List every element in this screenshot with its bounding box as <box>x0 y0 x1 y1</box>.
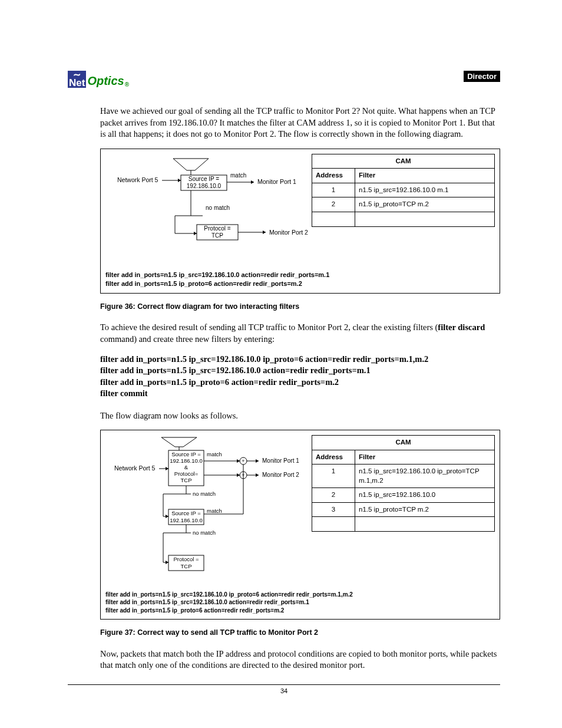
cam-cell: n1.5 ip_proto=TCP m.2 <box>355 502 495 517</box>
svg-text:192.186.10.0: 192.186.10.0 <box>187 183 222 189</box>
document-tag: Director <box>464 71 500 82</box>
cam-title: CAM <box>312 436 495 450</box>
figure-37-commands: filter add in_ports=n1.5 ip_src=192.186.… <box>105 591 495 615</box>
cam-cell: 1 <box>312 465 355 488</box>
svg-text:Monitor Port 1: Monitor Port 1 <box>257 178 296 185</box>
svg-marker-2 <box>178 179 181 182</box>
svg-text:&: & <box>184 464 189 470</box>
command-line: filter add in_ports=n1.5 ip_src=192.186.… <box>100 354 500 365</box>
cam-cell-empty <box>355 212 495 226</box>
svg-text:no match: no match <box>193 529 216 536</box>
cam-header-address: Address <box>312 169 355 183</box>
para-before-fig37: The flow diagram now looks as follows. <box>100 410 500 422</box>
svg-text:Source IP =: Source IP = <box>171 451 201 457</box>
svg-marker-0 <box>173 159 209 170</box>
svg-text:no match: no match <box>206 205 230 211</box>
svg-text:Monitor Port 2: Monitor Port 2 <box>269 229 308 236</box>
cam-cell: n1.5 ip_src=192.186.10.0 m.1 <box>355 183 495 197</box>
svg-marker-9 <box>251 180 254 184</box>
command-line: filter add in_ports=n1.5 ip_proto=6 acti… <box>100 377 500 388</box>
para-after-fig36: To achieve the desired result of sending… <box>100 322 500 345</box>
figure-36-commands: filter add in_ports=n1.5 ip_src=192.186.… <box>105 271 495 288</box>
command-block: filter add in_ports=n1.5 ip_src=192.186.… <box>100 354 500 400</box>
netoptics-logo: ∼ Net Optics ® <box>68 71 129 88</box>
svg-marker-24 <box>161 437 197 447</box>
figure-37-diagram: Network Port 5 Source IP = 192.186.10.0 … <box>105 435 306 578</box>
cam-cell-empty <box>312 212 355 226</box>
svg-text:192.186.10.0: 192.186.10.0 <box>170 517 202 523</box>
cam-cell: 2 <box>312 197 355 212</box>
figure-36-frame: Network Port 5 Source IP = 192.186.10.0 … <box>100 149 500 294</box>
cam-cell: n1.5 ip_src=192.186.10.0 ip_proto=TCP m.… <box>355 465 495 488</box>
cam-header-filter: Filter <box>355 169 495 183</box>
cam-cell: 2 <box>312 488 355 503</box>
logo-optics-text: Optics <box>87 74 124 88</box>
svg-text:match: match <box>230 172 246 179</box>
cam-cell-empty <box>355 517 495 532</box>
figure-37-cam-table: CAM Address Filter 1 n1.5 ip_src=192.186… <box>312 435 495 532</box>
cam-cell-empty <box>312 517 355 532</box>
svg-marker-41 <box>256 459 259 463</box>
command-line: filter add in_ports=n1.5 ip_src=192.186.… <box>100 365 500 377</box>
figure-36-diagram: Network Port 5 Source IP = 192.186.10.0 … <box>105 154 306 259</box>
svg-text:Network Port 5: Network Port 5 <box>114 465 156 472</box>
svg-text:Monitor Port 1: Monitor Port 1 <box>262 457 299 464</box>
logo-net-text: Net <box>69 78 85 88</box>
filter-command-line: filter add in_ports=n1.5 ip_src=192.186.… <box>105 591 495 599</box>
svg-text:TCP: TCP <box>181 477 192 483</box>
svg-marker-48 <box>256 473 259 477</box>
cam-header-filter: Filter <box>355 450 495 465</box>
filter-discard-bold: filter discard <box>438 322 485 332</box>
figure-37-frame: Network Port 5 Source IP = 192.186.10.0 … <box>100 430 500 620</box>
page-number: 34 <box>68 684 500 694</box>
svg-text:TCP: TCP <box>211 232 223 239</box>
cam-cell: n1.5 ip_src=192.186.10.0 <box>355 488 495 503</box>
filter-command-line: filter add in_ports=n1.5 ip_src=192.186.… <box>105 598 495 607</box>
svg-text:192.186.10.0: 192.186.10.0 <box>170 457 202 464</box>
svg-text:+: + <box>242 458 244 464</box>
svg-text:Protocol =: Protocol = <box>204 225 230 232</box>
svg-text:match: match <box>207 451 222 457</box>
page-header: ∼ Net Optics ® Director <box>68 71 500 88</box>
text-span: command) and create three new filters by… <box>100 334 275 344</box>
svg-text:Protocol=: Protocol= <box>174 470 199 477</box>
cam-cell: 3 <box>312 502 355 517</box>
intro-paragraph: Have we achieved our goal of sending all… <box>100 106 500 140</box>
svg-text:no match: no match <box>193 490 216 497</box>
svg-text:Protocol =: Protocol = <box>173 556 199 562</box>
svg-text:Monitor Port 2: Monitor Port 2 <box>262 472 299 478</box>
net-port-label: Network Port 5 <box>117 176 158 183</box>
cam-cell: 1 <box>312 183 355 197</box>
logo-registered: ® <box>125 81 129 88</box>
svg-marker-44 <box>237 473 240 477</box>
text-span: To achieve the desired result of sending… <box>100 322 438 332</box>
filter-command-line: filter add in_ports=n1.5 ip_src=192.186.… <box>105 271 495 279</box>
figure-36-cam-table: CAM Address Filter 1 n1.5 ip_src=192.186… <box>312 154 495 227</box>
closing-paragraph: Now, packets that match both the IP addr… <box>100 648 500 671</box>
command-line: filter commit <box>100 388 500 400</box>
svg-marker-20 <box>194 232 197 235</box>
svg-text:Source IP =: Source IP = <box>189 176 220 182</box>
cam-title: CAM <box>312 154 495 169</box>
svg-text:Source IP =: Source IP = <box>171 510 201 516</box>
filter-command-line: filter add in_ports=n1.5 ip_proto=6 acti… <box>105 279 495 288</box>
cam-header-address: Address <box>312 450 355 465</box>
svg-marker-37 <box>237 459 240 463</box>
svg-text:TCP: TCP <box>181 563 192 569</box>
figure-37-caption: Figure 37: Correct way to send all TCP t… <box>100 628 500 638</box>
filter-command-line: filter add in_ports=n1.5 ip_proto=6 acti… <box>105 607 495 615</box>
svg-marker-22 <box>263 230 266 234</box>
figure-36-caption: Figure 36: Correct flow diagram for two … <box>100 302 500 312</box>
svg-text:match: match <box>207 508 222 514</box>
cam-cell: n1.5 ip_proto=TCP m.2 <box>355 197 495 212</box>
svg-marker-28 <box>166 467 168 470</box>
